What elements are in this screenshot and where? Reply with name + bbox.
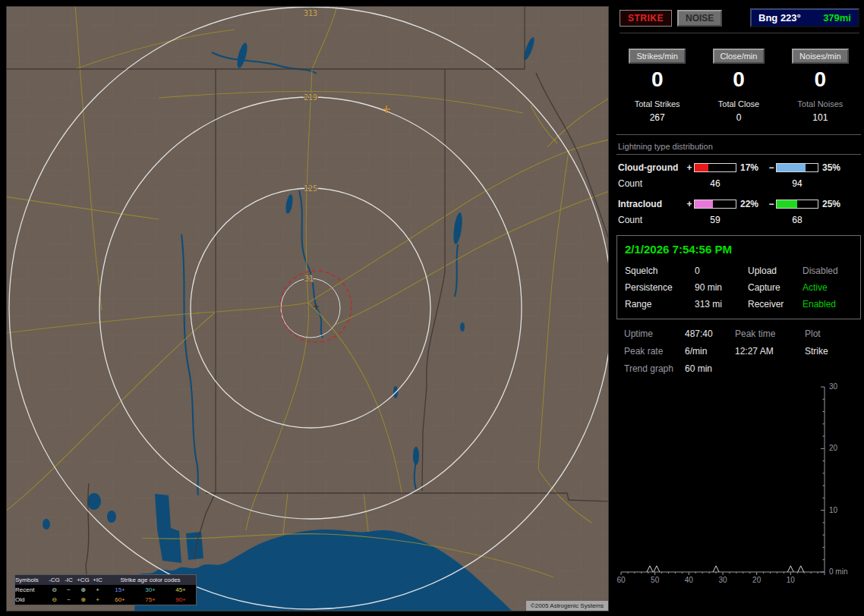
strikes-per-min-chip[interactable]: Strikes/min: [629, 49, 685, 64]
lightning-map[interactable]: 31 125 219 313 Symbols -CG -IC +CG +IC S…: [6, 6, 609, 611]
ic-positive-count: 59: [694, 215, 736, 225]
legend-col-pic: +IC: [90, 575, 105, 585]
close-rate-value: 0: [698, 69, 779, 90]
persistence-label: Persistence: [625, 282, 695, 293]
strikes-rate-value: 0: [616, 69, 698, 90]
age-code-45: 45+: [166, 585, 196, 595]
svg-text:10: 10: [787, 576, 796, 584]
trend-window-value: 60 min: [685, 363, 735, 374]
ic-negative-bar: [776, 200, 818, 209]
age-code-30: 30+: [135, 585, 166, 595]
cg-positive-pct: 17%: [736, 162, 767, 173]
close-per-min-chip[interactable]: Close/min: [713, 49, 765, 64]
cloud-ground-label: Cloud-ground: [618, 162, 685, 173]
old-pcg-icon: ⊕: [76, 595, 90, 605]
cg-negative-count: 94: [776, 178, 818, 189]
age-code-60: 60+: [105, 595, 135, 605]
legend-col-ncg: -CG: [47, 575, 61, 585]
stats-row-uptime: Uptime 487:40 Peak time Plot: [624, 328, 859, 339]
uptime-value: 487:40: [685, 328, 735, 339]
plus-sign: +: [685, 162, 694, 173]
recent-pcg-icon: ⊕: [76, 585, 90, 595]
total-close-value: 0: [698, 112, 779, 123]
svg-text:60: 60: [616, 576, 626, 584]
peak-rate-value: 6/min: [685, 346, 735, 357]
status-panel: STRIKE NOISE Bng 223° 379mi Strikes/min …: [616, 6, 861, 610]
age-code-15: 15+: [105, 585, 135, 595]
svg-text:20: 20: [752, 576, 762, 584]
cg-negative-bar: [776, 163, 818, 172]
ic-negative-pct: 25%: [818, 199, 844, 209]
recent-pic-icon: +: [90, 585, 105, 595]
plot-value: Strike: [805, 346, 859, 357]
cloud-ground-count-row: Count 46 94: [618, 178, 861, 189]
old-ncg-icon: ⊖: [47, 595, 61, 605]
section-divider: [616, 134, 861, 135]
cloud-ground-row: Cloud-ground + 17% − 35%: [618, 162, 861, 173]
legend-col-pcg: +CG: [76, 575, 90, 585]
legend-row-label-recent: Recent: [15, 585, 47, 595]
bearing-distance: 379mi: [823, 12, 851, 24]
strikes-counter: Strikes/min 0 Total Strikes 267: [616, 49, 698, 123]
peak-time-label: Peak time: [735, 328, 805, 339]
stats-row-trend: Trend graph 60 min: [624, 363, 859, 374]
total-noises-value: 101: [780, 112, 861, 123]
stats-row-peak: Peak rate 6/min 12:27 AM Strike: [624, 346, 859, 357]
total-close-label: Total Close: [698, 99, 779, 108]
system-status-box: 2/1/2026 7:54:56 PM Squelch 0 Upload Dis…: [616, 235, 861, 319]
intracloud-label: Intracloud: [618, 199, 685, 209]
count-label: Count: [618, 178, 685, 189]
minus-sign: −: [767, 199, 776, 209]
noises-per-min-chip[interactable]: Noises/min: [792, 49, 848, 64]
trend-graph-label: Trend graph: [624, 363, 685, 374]
ring-label-125: 125: [304, 184, 317, 193]
intracloud-count-row: Count 59 68: [618, 215, 861, 225]
plot-label: Plot: [805, 328, 859, 339]
mode-toolbar: STRIKE NOISE Bng 223° 379mi: [620, 8, 859, 33]
total-noises-label: Total Noises: [780, 99, 861, 108]
ic-positive-bar: [694, 200, 736, 209]
copyright-notice: ©2005 Astrogenic Systems: [526, 601, 608, 611]
close-counter: Close/min 0 Total Close 0: [698, 49, 779, 123]
old-pic-icon: +: [90, 595, 105, 605]
noises-rate-value: 0: [780, 69, 861, 90]
svg-text:30: 30: [829, 382, 838, 391]
plus-sign: +: [685, 199, 694, 209]
strike-mode-button[interactable]: STRIKE: [620, 10, 672, 27]
upload-status: Disabled: [803, 266, 853, 276]
current-datetime: 2/1/2026 7:54:56 PM: [625, 243, 853, 256]
symbols-legend: Symbols -CG -IC +CG +IC Strike age color…: [14, 574, 197, 605]
legend-col-nic: -IC: [61, 575, 76, 585]
upload-label: Upload: [748, 266, 803, 276]
cg-positive-count: 46: [694, 178, 736, 189]
old-nic-icon: −: [61, 595, 76, 605]
squelch-value: 0: [695, 266, 748, 276]
svg-text:20: 20: [829, 444, 838, 452]
trend-graph: 0 min102030605040302010: [616, 381, 861, 596]
rate-counters: Strikes/min 0 Total Strikes 267 Close/mi…: [616, 49, 861, 123]
bearing-label: Bng 223°: [758, 12, 801, 24]
map-canvas: 31 125 219 313: [7, 7, 608, 611]
recent-ncg-icon: ⊖: [47, 585, 61, 595]
peak-rate-label: Peak rate: [624, 346, 685, 357]
minus-sign: −: [767, 162, 776, 173]
ring-label-219: 219: [304, 93, 317, 102]
range-label: Range: [625, 299, 695, 310]
intracloud-row: Intracloud + 22% − 25%: [618, 199, 861, 209]
total-strikes-label: Total Strikes: [616, 99, 698, 108]
ic-negative-count: 68: [776, 215, 818, 225]
peak-time-value: 12:27 AM: [735, 346, 805, 357]
persistence-value: 90 min: [695, 282, 748, 293]
session-stats: Uptime 487:40 Peak time Plot Peak rate 6…: [616, 328, 861, 374]
cg-negative-pct: 35%: [818, 162, 844, 173]
age-code-75: 75+: [135, 595, 166, 605]
age-code-90: 90+: [166, 595, 196, 605]
status-row-persistence: Persistence 90 min Capture Active: [625, 282, 853, 293]
cg-positive-bar: [694, 163, 736, 172]
ring-label-31: 31: [304, 275, 314, 283]
svg-text:30: 30: [718, 576, 727, 584]
receiver-label: Receiver: [748, 299, 803, 310]
noise-mode-button[interactable]: NOISE: [677, 10, 722, 27]
legend-age-header: Strike age color codes: [105, 575, 196, 585]
ic-positive-pct: 22%: [736, 199, 767, 209]
